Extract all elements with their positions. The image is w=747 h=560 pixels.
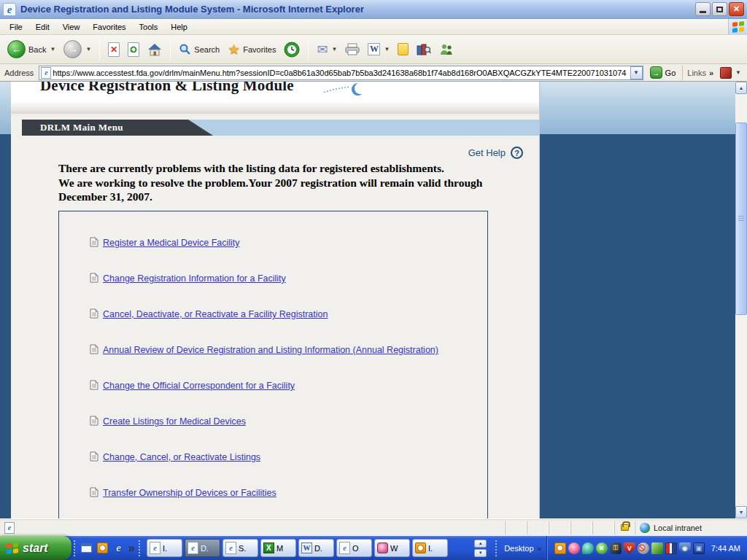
create-listings-link[interactable]: Create Listings for Medical Devices: [103, 416, 246, 427]
change-registration-link[interactable]: Change Registration Information for a Fa…: [103, 273, 286, 284]
favorites-button[interactable]: ★ Favorites: [225, 41, 279, 58]
menu-link-item: Register a Medical Device Facility: [90, 238, 487, 273]
document-icon: [90, 308, 98, 319]
forward-dropdown-icon[interactable]: ▼: [85, 46, 91, 52]
restore-button[interactable]: [712, 2, 727, 16]
menu-favorites[interactable]: Favorites: [86, 20, 132, 34]
print-button[interactable]: [342, 42, 363, 57]
desktop-toolbar-handle[interactable]: [495, 540, 498, 556]
stop-button[interactable]: ✕: [105, 41, 123, 58]
task-label: M: [276, 544, 283, 553]
mail-dropdown-icon[interactable]: ▼: [332, 46, 338, 52]
links-chevron-icon[interactable]: »: [709, 69, 713, 77]
task-button-5[interactable]: W D.: [298, 539, 334, 557]
status-pane: [549, 521, 570, 534]
menu-file[interactable]: File: [3, 20, 29, 34]
mail-button[interactable]: ✉ ▼: [314, 42, 340, 58]
transfer-ownership-link[interactable]: Transfer Ownership of Devices or Facilit…: [103, 488, 276, 498]
show-desktop-icon[interactable]: [80, 542, 93, 554]
messenger-button[interactable]: [436, 42, 457, 58]
task-button-2-active[interactable]: e D.: [185, 539, 220, 557]
updates-tray-icon[interactable]: [651, 542, 663, 554]
drlm-banner: DRLM Main Menu: [22, 120, 213, 136]
taskband-scroll-up-button[interactable]: ▲: [474, 540, 487, 548]
task-button-1[interactable]: e I.: [147, 539, 182, 557]
annual-review-link[interactable]: Annual Review of Device Registration and…: [103, 345, 438, 355]
excel-task-icon: X: [263, 542, 274, 553]
banner-title: DRLM Main Menu: [40, 122, 123, 133]
quick-launch-handle[interactable]: [74, 540, 77, 556]
security-agent-tray-icon[interactable]: ◉: [679, 542, 691, 554]
taskbar-clock[interactable]: 7:44 AM: [711, 544, 740, 553]
change-correspondent-link[interactable]: Change the Official Correspondent for a …: [103, 381, 295, 391]
home-button[interactable]: [144, 42, 165, 58]
cancel-deactivate-reactivate-link[interactable]: Cancel, Deactivate, or Reactivate a Faci…: [103, 309, 328, 319]
menu-link-item: Transfer Ownership of Devices or Facilit…: [90, 488, 487, 518]
quick-launch-chevron-icon[interactable]: »: [128, 542, 135, 555]
quick-launch-ie-icon[interactable]: e: [112, 542, 125, 554]
shield-v-tray-icon[interactable]: V: [624, 542, 635, 554]
document-icon: [90, 416, 98, 426]
back-dropdown-icon[interactable]: ▼: [50, 46, 55, 52]
clock-tray-icon[interactable]: [554, 542, 566, 554]
address-input[interactable]: [51, 69, 630, 77]
desktop-chevron-icon[interactable]: »: [538, 544, 542, 553]
forward-button[interactable]: → ▼: [61, 39, 94, 60]
status-bar: e Local intranet: [0, 518, 747, 536]
task-button-8[interactable]: I.: [412, 539, 448, 557]
history-button[interactable]: [281, 40, 303, 59]
menu-edit[interactable]: Edit: [29, 20, 56, 34]
menu-tools[interactable]: Tools: [133, 20, 165, 34]
ie-logo-icon: e: [3, 3, 16, 16]
edit-with-word-button[interactable]: W ▼: [365, 42, 392, 57]
scroll-up-button[interactable]: ▲: [735, 82, 747, 94]
network-tray-icon[interactable]: ▣: [693, 542, 705, 554]
help-question-icon[interactable]: ?: [511, 147, 523, 159]
flag-tray-icon[interactable]: [665, 542, 677, 554]
minimize-button[interactable]: [695, 2, 711, 16]
register-facility-link[interactable]: Register a Medical Device Facility: [103, 238, 240, 248]
notes-button[interactable]: [395, 42, 411, 57]
taskband-handle[interactable]: [139, 540, 142, 556]
search-button[interactable]: Search: [176, 42, 222, 57]
task-button-7[interactable]: W: [374, 539, 410, 557]
back-button[interactable]: ← Back ▼: [4, 39, 58, 60]
menu-view[interactable]: View: [56, 20, 87, 34]
edit-dropdown-icon[interactable]: ▼: [384, 46, 390, 52]
scrollbar-thumb[interactable]: [735, 122, 747, 315]
taskband-scroll-down-button[interactable]: ▼: [474, 549, 487, 557]
refresh-icon: [128, 42, 139, 57]
extension-button[interactable]: ▼: [717, 66, 744, 80]
task-label: S.: [239, 544, 246, 553]
vertical-scrollbar[interactable]: ▲ ▼: [735, 82, 747, 518]
address-dropdown-button[interactable]: ▼: [630, 66, 643, 79]
research-button[interactable]: [414, 42, 434, 58]
system-tray: ✕ ⚿ V ⃠ ◉ ▣ 7:44 AM: [546, 536, 747, 560]
task-button-6[interactable]: e O: [336, 539, 372, 557]
close-button[interactable]: ✕: [729, 2, 744, 16]
change-cancel-listings-link[interactable]: Change, Cancel, or Reactivate Listings: [103, 452, 260, 462]
ie-task-icon: e: [150, 542, 160, 554]
desktop-label: Desktop: [504, 544, 533, 553]
menu-help[interactable]: Help: [164, 20, 194, 34]
print-icon: [345, 43, 360, 55]
antivirus-tray-icon[interactable]: [568, 542, 580, 554]
menu-bar: File Edit View Favorites Tools Help: [0, 19, 747, 35]
quick-launch-clock-icon[interactable]: [96, 542, 109, 554]
device-disabled-tray-icon[interactable]: ⃠: [638, 542, 649, 554]
task-button-3[interactable]: e S.: [222, 539, 258, 557]
refresh-button[interactable]: [125, 41, 142, 58]
start-button[interactable]: start: [0, 536, 71, 560]
document-icon: [90, 380, 98, 390]
messenger-tray-icon[interactable]: [582, 542, 594, 554]
status-offline-tray-icon[interactable]: ✕: [596, 542, 608, 554]
task-button-4[interactable]: X M: [260, 539, 296, 557]
extension-dropdown-icon[interactable]: ▼: [735, 69, 741, 76]
scroll-down-button[interactable]: ▼: [735, 506, 747, 518]
document-icon: [90, 487, 98, 497]
links-toolbar[interactable]: Links »: [682, 66, 713, 80]
get-help-link[interactable]: Get Help ?: [468, 147, 523, 159]
task-label: W: [390, 544, 398, 553]
go-button[interactable]: → Go: [647, 65, 679, 80]
key-tray-icon[interactable]: ⚿: [610, 542, 622, 554]
